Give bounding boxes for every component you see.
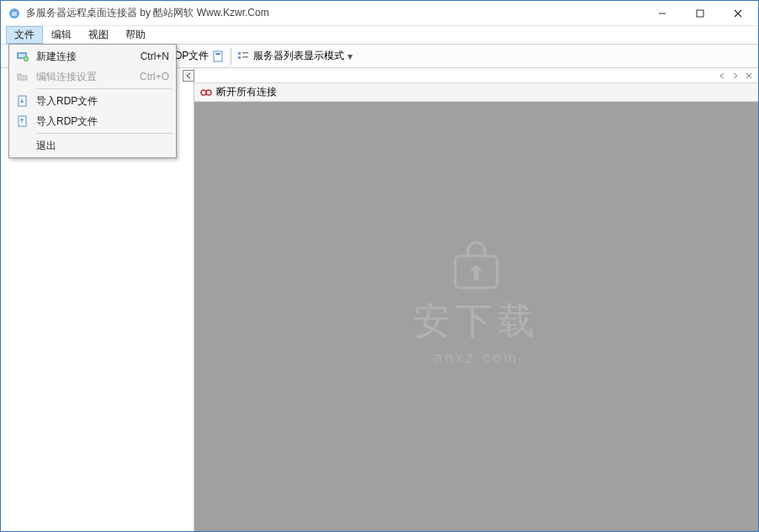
remote-desktop-area: 安下载 anxz.com xyxy=(194,102,758,531)
tab-strip xyxy=(194,68,758,83)
file-dropdown: 新建连接 Ctrl+N 编辑连接设置 Ctrl+O 导入RDP文件 导入RDP文… xyxy=(8,44,177,158)
watermark-sub: anxz.com xyxy=(413,349,539,367)
rdp-file-icon[interactable] xyxy=(212,50,226,63)
svg-rect-8 xyxy=(238,52,241,55)
minimize-button[interactable] xyxy=(643,1,681,25)
menu-exit-label: 退出 xyxy=(36,139,169,153)
svg-rect-1 xyxy=(12,12,17,16)
menu-bar: 文件 编辑 视图 帮助 xyxy=(1,26,758,45)
svg-rect-13 xyxy=(19,54,25,57)
menu-import-rdp-label: 导入RDP文件 xyxy=(36,114,169,129)
disconnect-icon[interactable] xyxy=(199,86,213,99)
monitor-plus-icon xyxy=(14,48,31,65)
file-export-icon xyxy=(14,93,31,109)
menu-edit-connection: 编辑连接设置 Ctrl+O xyxy=(11,66,174,87)
watermark: 安下载 anxz.com xyxy=(413,241,539,367)
dropdown-arrow-icon[interactable]: ▾ xyxy=(348,51,353,62)
menu-new-connection-shortcut: Ctrl+N xyxy=(141,51,169,62)
folder-open-icon xyxy=(14,68,31,85)
menu-new-connection[interactable]: 新建连接 Ctrl+N xyxy=(11,46,174,66)
menu-new-connection-label: 新建连接 xyxy=(36,50,141,64)
watermark-main: 安下载 xyxy=(413,296,539,346)
tab-prev-button[interactable] xyxy=(716,70,728,82)
svg-rect-9 xyxy=(242,52,248,54)
menu-export-rdp-label: 导入RDP文件 xyxy=(36,94,169,109)
maximize-button[interactable] xyxy=(681,1,719,25)
menu-file[interactable]: 文件 xyxy=(6,26,43,44)
svg-point-22 xyxy=(206,90,211,95)
blank-icon xyxy=(14,137,31,154)
menu-edit[interactable]: 编辑 xyxy=(43,26,80,44)
menu-view[interactable]: 视图 xyxy=(80,26,117,44)
svg-rect-11 xyxy=(242,56,248,58)
svg-rect-23 xyxy=(455,256,497,288)
right-panel: 断开所有连接 安下载 anxz.com xyxy=(194,68,758,531)
tab-next-button[interactable] xyxy=(730,70,741,82)
display-mode-label[interactable]: 服务器列表显示模式 xyxy=(253,49,344,63)
collapse-panel-button[interactable] xyxy=(183,70,194,82)
menu-separator-2 xyxy=(36,133,172,134)
app-icon xyxy=(8,7,21,20)
svg-point-21 xyxy=(201,90,206,95)
list-mode-icon[interactable] xyxy=(236,50,250,63)
window-title: 多服务器远程桌面连接器 by 酷站网软 Www.Kzwr.Com xyxy=(26,6,643,20)
menu-edit-connection-shortcut: Ctrl+O xyxy=(140,71,169,82)
svg-rect-10 xyxy=(238,56,241,59)
svg-rect-7 xyxy=(215,53,220,55)
menu-separator xyxy=(36,88,172,89)
file-import-icon xyxy=(14,113,31,130)
disconnect-all-label[interactable]: 断开所有连接 xyxy=(216,85,277,99)
svg-rect-3 xyxy=(697,10,703,17)
menu-edit-connection-label: 编辑连接设置 xyxy=(36,70,140,84)
svg-rect-6 xyxy=(214,51,222,61)
menu-help[interactable]: 帮助 xyxy=(117,26,154,44)
close-button[interactable] xyxy=(719,1,756,25)
tab-close-button[interactable] xyxy=(743,70,755,82)
menu-import-rdp[interactable]: 导入RDP文件 xyxy=(11,111,174,131)
menu-exit[interactable]: 退出 xyxy=(11,136,174,156)
info-bar: 断开所有连接 xyxy=(194,83,758,102)
toolbar-separator xyxy=(231,48,231,65)
menu-export-rdp[interactable]: 导入RDP文件 xyxy=(11,91,174,111)
title-bar: 多服务器远程桌面连接器 by 酷站网软 Www.Kzwr.Com xyxy=(1,1,758,26)
